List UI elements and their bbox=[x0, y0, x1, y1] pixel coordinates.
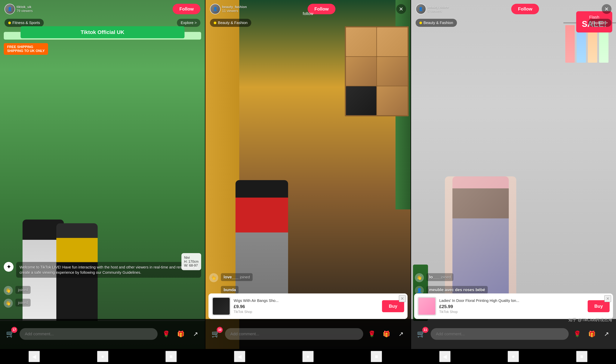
gift-icon-3[interactable]: 🎁 bbox=[586, 328, 598, 340]
top-bar-1: 👤 tiktok_uk 79 viewers Follow bbox=[0, 0, 205, 18]
product-image-3 bbox=[417, 297, 436, 316]
bottom-icons-3: 🌹 🎁 ↗ bbox=[572, 328, 612, 340]
category-dot-1 bbox=[8, 22, 11, 24]
watermark: 知乎 @TikClub跨境出海 bbox=[568, 317, 612, 323]
cart-badge-3: 11 bbox=[422, 327, 428, 333]
home-button-3[interactable]: ● bbox=[508, 351, 519, 362]
chat-icon: 👋 bbox=[4, 286, 13, 295]
chat-icon-3-1: 👋 bbox=[415, 273, 424, 282]
back-button-2[interactable]: ◀ bbox=[234, 351, 245, 362]
cart-button-2[interactable]: 🛒 10 bbox=[209, 328, 222, 340]
recent-button-1[interactable]: ■ bbox=[165, 351, 177, 362]
chat-area-1: 👋 joined 👋 joined bbox=[4, 286, 201, 312]
follow-sublabel: follow bbox=[303, 11, 313, 16]
stream-panel-3: Flash SALE! 👤 beauty_store 6 viewers Fol… bbox=[411, 0, 616, 349]
viewers-info-3: beauty_store 6 viewers bbox=[428, 5, 449, 13]
product-img-inner-3 bbox=[418, 298, 435, 315]
gift-icon-2[interactable]: 🎁 bbox=[381, 328, 392, 340]
comment-input-3[interactable] bbox=[431, 328, 569, 340]
nav-group-2: ◀ ● ■ bbox=[205, 351, 411, 362]
close-button-3[interactable]: ✕ bbox=[602, 4, 612, 14]
rose-icon-2[interactable]: 🌹 bbox=[366, 328, 378, 340]
cart-badge-1: 17 bbox=[11, 327, 17, 333]
viewers-pill-1: 👤 tiktok_uk 79 viewers bbox=[4, 4, 33, 14]
product-close-3[interactable]: ✕ bbox=[604, 295, 611, 302]
android-nav: ◀ ● ■ ◀ ● ■ ◀ ● ■ bbox=[0, 349, 616, 364]
viewers-pill-2: 👤 beauty_fashion 11 viewers bbox=[210, 4, 247, 14]
free-shipping-text: FREE SHIPPING SHIPPING TO UK ONLY bbox=[7, 45, 45, 53]
tiktok-official-banner: Tiktok Official UK bbox=[20, 26, 184, 38]
back-button-1[interactable]: ◀ bbox=[28, 351, 40, 362]
product-close-2[interactable]: ✕ bbox=[399, 295, 406, 302]
product-price-3: £25.99 bbox=[439, 304, 585, 309]
rose-icon-3[interactable]: 🌹 bbox=[572, 328, 583, 340]
chat-message-2: 👋 joined bbox=[4, 299, 201, 308]
chat-message: 👋 joined bbox=[4, 286, 201, 295]
chat-text: joined bbox=[15, 286, 31, 294]
bottom-bar-2: 🛒 10 🌹 🎁 ↗ bbox=[205, 319, 410, 349]
close-button-2[interactable]: ✕ bbox=[396, 4, 406, 14]
size-card: Nivi H: 170cm W: 68-97 bbox=[181, 253, 201, 270]
back-button-3[interactable]: ◀ bbox=[439, 351, 451, 362]
product-card-2: ✕ Wigs With Air Bangs Sho... £9.96 TikTo… bbox=[208, 293, 407, 319]
product-card-3: ✕ Ladies' In Door Floral Printing High Q… bbox=[414, 293, 613, 319]
share-icon-2[interactable]: ↗ bbox=[396, 328, 407, 340]
stream-panel-2: 👤 beauty_fashion 11 viewers Follow ✕ fol… bbox=[205, 0, 410, 349]
viewers-count-3: 6 viewers bbox=[428, 9, 449, 13]
chat-username-2-1: love___ bbox=[223, 275, 239, 279]
product-info-3: Ladies' In Door Floral Printing High Qua… bbox=[439, 299, 585, 314]
chat-text-2: joined bbox=[15, 299, 31, 307]
welcome-message: ✦ Welcome to TikTok LIVE! Have fun inter… bbox=[4, 262, 201, 278]
follow-button-1[interactable]: Follow bbox=[173, 4, 200, 14]
avatar-3: 👤 bbox=[416, 4, 426, 14]
username-2: beauty_fashion bbox=[222, 5, 247, 9]
home-button-1[interactable]: ● bbox=[97, 351, 108, 362]
stream-panel-1: 👤 tiktok_uk 79 viewers Follow Fitness & … bbox=[0, 0, 205, 349]
follow-button-3[interactable]: Follow bbox=[511, 4, 539, 14]
bottom-bar-3: 🛒 11 🌹 🎁 ↗ bbox=[411, 319, 616, 349]
category-badge-1: Fitness & Sports bbox=[4, 19, 44, 27]
gift-icon-1[interactable]: 🎁 bbox=[175, 328, 187, 340]
recent-button-2[interactable]: ■ bbox=[371, 351, 382, 362]
category-label-2: Beauty & Fashion bbox=[218, 21, 247, 25]
size-info: Nivi H: 170cm W: 68-97 bbox=[184, 256, 199, 267]
bottom-icons-1: 🌹 🎁 ↗ bbox=[161, 328, 201, 340]
category-label-3: Beauty & Fashion bbox=[424, 21, 453, 25]
category-badge-3: Beauty & Fashion bbox=[416, 19, 457, 27]
home-button-2[interactable]: ● bbox=[302, 351, 314, 362]
avatar-2: 👤 bbox=[210, 4, 220, 14]
chat-icon-2-1: 👋 bbox=[209, 273, 218, 282]
cart-button-1[interactable]: 🛒 17 bbox=[4, 328, 16, 340]
comment-input-2[interactable] bbox=[225, 328, 363, 340]
viewers-info-1: tiktok_uk 79 viewers bbox=[16, 5, 33, 13]
chat-message-3-1: 👋 lo___ joined bbox=[415, 273, 612, 282]
explore-button-1[interactable]: Explore > bbox=[177, 19, 200, 27]
chat-username-2-2: bunda bbox=[223, 287, 236, 292]
comment-input-1[interactable] bbox=[20, 328, 158, 340]
viewers-info-2: beauty_fashion 11 viewers bbox=[222, 5, 247, 13]
welcome-text: Welcome to TikTok LIVE! Have fun interac… bbox=[16, 262, 201, 278]
joined-3-1: joined bbox=[441, 275, 451, 279]
share-icon-1[interactable]: ↗ bbox=[190, 328, 201, 340]
chat-username-3-1: lo___ bbox=[429, 275, 440, 279]
chat-text-2-2: bunda bbox=[221, 286, 238, 294]
cart-badge-2: 10 bbox=[217, 327, 223, 333]
share-icon-3[interactable]: ↗ bbox=[601, 328, 612, 340]
product-info-2: Wigs With Air Bangs Sho... £9.96 TikTok … bbox=[234, 299, 379, 314]
chat-username-3-2: meuble avec des roses bébé bbox=[429, 287, 485, 292]
tiktok-official-text: Tiktok Official UK bbox=[81, 29, 124, 35]
nav-group-3: ◀ ● ■ bbox=[411, 351, 616, 362]
product-shop-2: TikTok Shop bbox=[234, 310, 379, 314]
recent-button-3[interactable]: ■ bbox=[576, 351, 588, 362]
joined-text: joined bbox=[18, 288, 28, 292]
chat-text-3-1: lo___ joined bbox=[426, 273, 453, 281]
rose-icon-1[interactable]: 🌹 bbox=[161, 328, 172, 340]
product-title-3: Ladies' In Door Floral Printing High Qua… bbox=[439, 299, 585, 303]
explore-button-3[interactable]: Explore > bbox=[588, 19, 612, 27]
chat-text-3-2: meuble avec des roses bébé bbox=[426, 286, 488, 294]
product-image-2 bbox=[212, 297, 231, 316]
cart-button-3[interactable]: 🛒 11 bbox=[415, 328, 428, 340]
joined-2-1: joined bbox=[240, 275, 250, 279]
top-bar-3: 👤 beauty_store 6 viewers Follow ✕ bbox=[411, 0, 616, 18]
product-title-2: Wigs With Air Bangs Sho... bbox=[234, 299, 379, 303]
